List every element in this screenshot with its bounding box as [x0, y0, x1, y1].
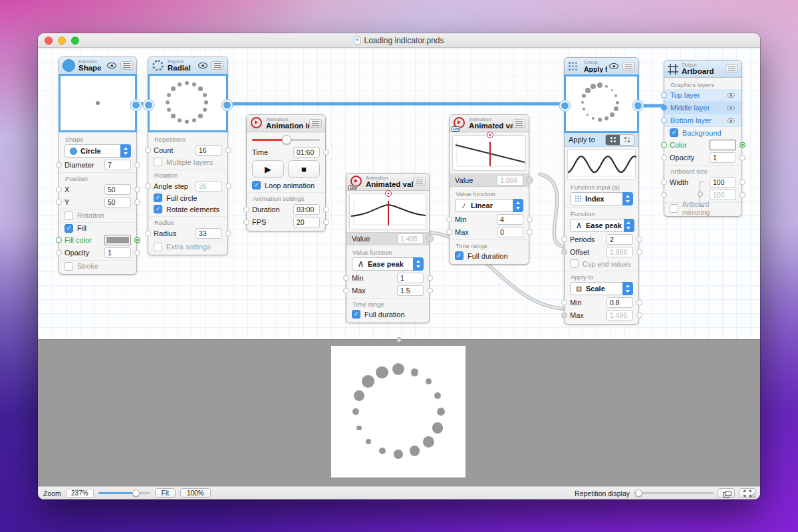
multiple-layers-checkbox[interactable] — [154, 158, 162, 166]
max-input[interactable]: 1.5 — [397, 285, 424, 296]
node-radial[interactable]: RepeatRadial Repetitions Count 16 Multip… — [148, 57, 228, 255]
input-port[interactable] — [343, 287, 349, 293]
node-menu-button[interactable] — [120, 61, 133, 70]
zoom-slider[interactable] — [98, 492, 150, 494]
repetition-slider-knob[interactable] — [635, 489, 642, 497]
input-port[interactable] — [446, 216, 452, 222]
output-port-color[interactable] — [134, 237, 140, 243]
apply-target-select[interactable]: ⊡ Scale — [570, 282, 633, 295]
layer-input-port[interactable] — [661, 92, 667, 98]
layer-input-port[interactable] — [661, 118, 667, 124]
cap-end-values-checkbox[interactable] — [570, 259, 579, 268]
group-input-port[interactable] — [560, 101, 570, 111]
repetition-slider[interactable] — [634, 492, 714, 494]
output-port[interactable] — [527, 229, 533, 235]
input-port[interactable] — [56, 186, 62, 192]
width-input[interactable]: 100 — [710, 177, 736, 188]
value-function-select[interactable]: Λ Ease peak — [352, 257, 424, 271]
title-bar[interactable]: Loading indicator.pnds — [38, 33, 760, 48]
node-shape[interactable]: ElementShape Shape Circle Diameter 7 Pos… — [59, 57, 137, 275]
full-duration-checkbox[interactable] — [352, 310, 360, 319]
time-slider-knob[interactable] — [282, 135, 291, 144]
node-animated-value-a[interactable]: 123 AnimationAnimated value Value 1.495 … — [346, 173, 430, 323]
value-output-port[interactable] — [426, 235, 434, 243]
output-port[interactable] — [134, 199, 140, 205]
input-port-connected[interactable] — [561, 249, 567, 255]
node-radial-header[interactable]: RepeatRadial — [148, 57, 227, 74]
visibility-toggle[interactable] — [105, 61, 118, 70]
node-menu-button[interactable] — [211, 61, 224, 70]
stroke-checkbox[interactable] — [65, 262, 73, 271]
layer-eye-icon[interactable] — [727, 92, 734, 97]
diameter-input[interactable]: 7 — [104, 160, 131, 170]
output-port[interactable] — [636, 249, 642, 255]
hundred-percent-button[interactable]: 100% — [180, 488, 211, 498]
opacity-input[interactable]: 1 — [710, 152, 736, 163]
full-duration-checkbox[interactable] — [455, 251, 464, 260]
function-input-select[interactable]: Index — [570, 192, 633, 205]
output-port[interactable] — [636, 236, 642, 242]
output-port[interactable] — [225, 147, 231, 153]
output-port[interactable] — [323, 149, 329, 155]
layer-eye-icon[interactable] — [727, 118, 734, 122]
node-animated-value-header[interactable]: 123 AnimationAnimated value — [346, 174, 429, 191]
node-menu-button[interactable] — [309, 119, 322, 128]
playhead-marker-icon[interactable] — [385, 190, 392, 197]
output-port[interactable] — [427, 287, 433, 293]
input-port[interactable] — [56, 162, 62, 168]
min-input[interactable]: 1 — [397, 273, 424, 283]
output-port[interactable] — [225, 183, 231, 189]
node-apply-function-header[interactable]: GroupApply function — [565, 58, 638, 75]
input-port[interactable] — [661, 179, 667, 185]
node-menu-button[interactable] — [726, 65, 738, 73]
fps-input[interactable]: 20 — [293, 217, 320, 227]
layer-eye-icon[interactable] — [727, 105, 734, 110]
node-menu-button[interactable] — [513, 119, 525, 128]
stop-button[interactable]: ■ — [288, 160, 320, 178]
output-port[interactable] — [323, 219, 329, 225]
loop-animation-checkbox[interactable] — [252, 181, 261, 190]
output-port[interactable] — [739, 179, 745, 185]
rotate-elements-checkbox[interactable] — [154, 205, 162, 213]
fill-checkbox[interactable] — [65, 224, 73, 233]
y-input[interactable]: 50 — [104, 197, 131, 207]
value-function-select[interactable]: ∕ Linear — [455, 199, 523, 212]
node-animation-info-header[interactable]: AnimationAnimation info — [247, 115, 325, 132]
input-port[interactable] — [661, 192, 667, 198]
output-port[interactable] — [636, 312, 642, 318]
input-port-color[interactable] — [661, 142, 667, 148]
apply-all-segment[interactable] — [606, 135, 620, 145]
input-port[interactable] — [243, 206, 249, 212]
output-port[interactable] — [739, 192, 745, 198]
group-output-port[interactable] — [633, 101, 643, 111]
value-output-port[interactable] — [526, 177, 533, 184]
play-button[interactable]: ▶ — [252, 160, 284, 178]
fill-color-swatch[interactable] — [104, 235, 131, 245]
max-input[interactable]: 0 — [497, 227, 523, 237]
node-animated-value-header[interactable]: 123 AnimationAnimated value — [450, 115, 529, 132]
layer-row-middle[interactable]: Middle layer — [664, 102, 741, 114]
output-port-color[interactable] — [739, 142, 745, 148]
node-editor-canvas[interactable]: ElementShape Shape Circle Diameter 7 Pos… — [38, 48, 760, 339]
time-input[interactable]: 01:60 — [293, 147, 320, 158]
input-port[interactable] — [561, 236, 567, 242]
fit-button[interactable]: Fit — [155, 488, 176, 498]
visibility-toggle[interactable] — [196, 61, 209, 70]
output-port[interactable] — [427, 275, 433, 281]
output-port[interactable] — [323, 206, 329, 212]
radial-output-port[interactable] — [222, 100, 232, 110]
input-port-connected[interactable] — [561, 312, 567, 318]
visibility-toggle[interactable] — [607, 62, 620, 70]
input-port[interactable] — [243, 219, 249, 225]
duration-input[interactable]: 03:00 — [293, 204, 320, 215]
resize-grip-icon[interactable] — [749, 492, 755, 499]
zoom-slider-knob[interactable] — [132, 489, 140, 497]
input-port[interactable] — [145, 147, 151, 153]
time-slider[interactable] — [252, 134, 320, 146]
input-port[interactable] — [56, 249, 62, 255]
background-checkbox[interactable] — [670, 128, 678, 137]
shape-output-port[interactable] — [131, 100, 141, 110]
layer-input-port-connected[interactable] — [661, 105, 667, 111]
min-input[interactable]: 4 — [497, 214, 523, 225]
node-menu-button[interactable] — [622, 62, 635, 70]
